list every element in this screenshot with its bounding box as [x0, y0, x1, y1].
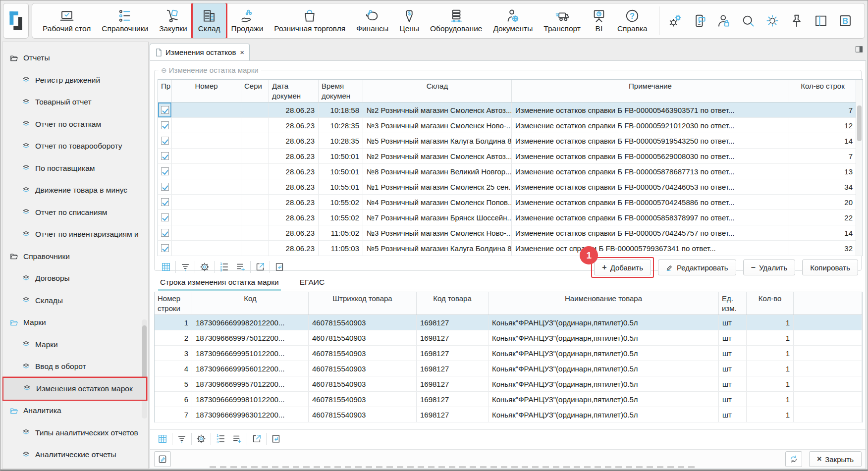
sidebar-item-register-movements[interactable]: Регистр движений — [2, 69, 148, 92]
row-checkbox[interactable] — [161, 137, 169, 145]
column-header[interactable]: Ед. изм. — [719, 292, 747, 314]
column-header[interactable]: Номер — [172, 80, 241, 102]
table-row[interactable]: 28.06.2310:50:01№8 Розничный магазин Вел… — [158, 164, 863, 179]
nav-item-help[interactable]: ?Справка — [612, 3, 653, 38]
table-row[interactable]: 28.06.2310:28:35№5 Розничный магазин Кал… — [158, 133, 863, 149]
tab-egais[interactable]: ЕГАИС — [298, 275, 326, 290]
column-header[interactable]: Кол-во строк — [789, 80, 857, 102]
column-header[interactable]: Код — [192, 292, 309, 314]
sidebar-item-analytic-reports[interactable]: Аналитические отчеты — [2, 444, 148, 466]
nav-item-documents[interactable]: Документы — [488, 3, 538, 38]
nav-item-transport[interactable]: Транспорт — [538, 3, 586, 38]
sidebar-item-turnover-report[interactable]: Отчет по товарообороту — [2, 135, 148, 157]
tab-mark-line[interactable]: Строка изменения остатка марки — [158, 275, 281, 291]
add-row-button[interactable] — [232, 260, 249, 274]
sidebar-item-mark-balance-changes[interactable]: Изменения остатков марок — [3, 378, 146, 400]
numbered-list-button[interactable]: 123 — [212, 431, 229, 446]
row-checkbox[interactable] — [161, 244, 169, 252]
sidebar-group-reports[interactable]: Отчеты — [2, 47, 148, 69]
table-scrollbar-thumb[interactable] — [857, 105, 862, 141]
sidebar-item-inventory-report[interactable]: Отчет по инвентаризациям и — [2, 223, 148, 246]
nav-item-directories[interactable]: Справочники — [96, 3, 154, 38]
tab-close-icon[interactable]: × — [240, 49, 244, 56]
row-checkbox[interactable] — [161, 167, 169, 175]
refresh-rows-button[interactable] — [268, 431, 284, 446]
column-header[interactable]: Штрихкод товара — [309, 292, 417, 314]
nav-item-finance[interactable]: Финансы — [351, 3, 394, 38]
table-row[interactable]: 28.06.2310:50:01№2 Розничный магазин Смо… — [158, 149, 863, 164]
table-row[interactable]: 28.06.2310:18:58№2 Розничный магазин Смо… — [158, 103, 863, 118]
column-header[interactable] — [794, 292, 862, 314]
refresh-button[interactable] — [785, 451, 802, 467]
column-header[interactable]: Наименование товара — [488, 292, 719, 314]
settings-gear-button[interactable] — [196, 260, 213, 274]
row-checkbox[interactable] — [161, 213, 169, 221]
sidebar-group-marks[interactable]: Марки — [2, 312, 148, 334]
table-grid-button[interactable] — [154, 431, 171, 446]
row-checkbox[interactable] — [161, 152, 169, 160]
settings-gears-button[interactable] — [667, 13, 683, 29]
column-header[interactable]: Сери — [241, 80, 269, 102]
table-row[interactable]: 28.06.2311:05:03№5 Розничный магазин Кал… — [158, 241, 863, 256]
row-checkbox[interactable] — [161, 229, 169, 237]
nav-item-warehouse[interactable]: Склад — [193, 3, 226, 38]
sidebar-group-directories[interactable]: Справочники — [2, 246, 148, 268]
table-row[interactable]: 318730966699951012200...4607815540903169… — [155, 346, 862, 361]
column-header[interactable]: Склад — [363, 80, 512, 102]
table-row[interactable]: 28.06.2310:55:02№7 Розничный магазин Бря… — [158, 210, 863, 225]
sidebar-item-negative-movement[interactable]: Движение товара в минус — [2, 179, 148, 202]
theme-brightness-button[interactable] — [764, 13, 780, 29]
nav-item-sales[interactable]: Продажи — [226, 3, 269, 38]
table-row[interactable]: 28.06.2310:55:01№1 Розничный магазин Смо… — [158, 179, 863, 195]
search-button[interactable] — [740, 13, 756, 29]
table-row[interactable]: 28.06.2310:55:02№4 Розничный магазин Смо… — [158, 195, 863, 210]
app-logo[interactable] — [3, 3, 29, 39]
column-header[interactable]: Примечание — [512, 80, 789, 102]
nav-item-retail[interactable]: Розничная торговля — [269, 3, 351, 38]
add-button[interactable]: + Добавить — [594, 260, 651, 275]
groupbox-legend[interactable]: ⊖ Изменение остатка марки — [159, 66, 261, 74]
table-row[interactable]: 518730966699957012200...4607815540903169… — [155, 376, 862, 392]
sidebar-group-analytics[interactable]: Аналитика — [2, 400, 148, 422]
table-row[interactable]: 218730966699975012200...4607815540903169… — [155, 330, 862, 346]
nav-item-desktop[interactable]: Рабочий стол — [37, 3, 96, 38]
table-scrollbar[interactable] — [856, 80, 863, 256]
sidebar-scrollbar[interactable] — [142, 319, 147, 419]
settings-gear-button[interactable] — [193, 431, 210, 446]
table-grid-button[interactable] — [158, 260, 174, 274]
nav-item-prices[interactable]: $Цены — [394, 3, 425, 38]
column-header[interactable]: Время докумен — [319, 80, 363, 102]
row-checkbox[interactable] — [161, 121, 169, 129]
letter-b-button[interactable]: B — [837, 13, 853, 29]
add-row-button[interactable] — [229, 431, 246, 446]
table-row[interactable]: 28.06.2311:05:02№3 Розничный магазин Смо… — [158, 225, 863, 241]
sidebar-item-by-suppliers[interactable]: По поставщикам — [2, 157, 148, 180]
edit-button[interactable]: Редактировать — [658, 260, 736, 275]
table-row[interactable]: 28.06.2310:28:35№3 Розничный магазин Смо… — [158, 118, 863, 133]
tab-mark-balance-changes[interactable]: Изменения остатков марок × — [150, 44, 250, 60]
panel-toggle-icon[interactable] — [855, 46, 863, 53]
column-header[interactable]: Кол-во — [747, 292, 794, 314]
table-row[interactable]: 618730966699981012200...4607815540903169… — [155, 392, 862, 407]
row-checkbox[interactable] — [161, 198, 169, 206]
nav-item-equipment[interactable]: Оборудование — [425, 3, 488, 38]
collapse-icon[interactable]: ⊖ — [161, 66, 167, 74]
sidebar-item-warehouses[interactable]: Склады — [2, 290, 148, 312]
row-checkbox[interactable] — [161, 106, 169, 114]
row-checkbox[interactable] — [161, 183, 169, 191]
feedback-chat-button[interactable] — [692, 13, 707, 29]
refresh-rows-button[interactable] — [271, 260, 288, 274]
sidebar-item-writeoff-report[interactable]: Отчет по списаниям — [2, 202, 148, 224]
sidebar-item-contracts[interactable]: Договоры — [2, 267, 148, 290]
table-row[interactable]: 118730966699982012200...4607815540903169… — [155, 315, 862, 330]
nav-item-bi[interactable]: BI — [586, 3, 612, 38]
sidebar-item-goods-report[interactable]: Товарный отчет — [2, 91, 148, 113]
copy-button[interactable]: Копировать — [802, 260, 858, 275]
open-external-button[interactable] — [248, 431, 265, 446]
column-header[interactable]: Пр — [158, 80, 172, 102]
numbered-list-button[interactable]: 123 — [216, 260, 232, 274]
column-header[interactable]: Код товара — [417, 292, 488, 314]
split-view-button[interactable] — [813, 13, 829, 29]
filter-button[interactable] — [177, 260, 194, 274]
open-external-button[interactable] — [252, 260, 269, 274]
